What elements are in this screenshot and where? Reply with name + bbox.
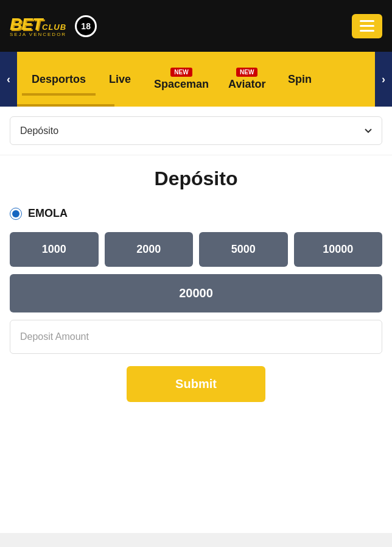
nav-items: Desportos Live New Spaceman New Aviator … xyxy=(17,63,392,96)
main-content: Depósito Levantamento Depósito EMOLA 100… xyxy=(0,107,392,533)
nav-underline xyxy=(17,104,114,107)
logo-club-text: CLUB xyxy=(42,23,66,32)
logo-container: BETCLUB SEJA VENCEDOR 18 xyxy=(10,15,97,37)
hamburger-line-3 xyxy=(360,30,374,32)
nav-item-desportos[interactable]: Desportos xyxy=(22,68,96,91)
nav-label-live: Live xyxy=(109,73,131,86)
submit-container: Submit xyxy=(10,366,382,402)
header: BETCLUB SEJA VENCEDOR 18 xyxy=(0,0,392,52)
logo-wrapper: BETCLUB SEJA VENCEDOR xyxy=(10,15,66,37)
hamburger-button[interactable] xyxy=(352,14,382,38)
nav-badge-aviator: New xyxy=(236,68,257,77)
nav-arrow-left[interactable]: ‹ xyxy=(0,52,17,107)
radio-group: EMOLA xyxy=(10,207,382,220)
hamburger-line-2 xyxy=(360,25,374,27)
amount-btn-2000[interactable]: 2000 xyxy=(105,232,194,267)
nav-label-aviator: Aviator xyxy=(228,78,265,91)
deposit-section: Depósito EMOLA 1000 2000 5000 10000 2000… xyxy=(0,155,392,414)
logo-subtitle: SEJA VENCEDOR xyxy=(10,32,66,37)
nav-item-aviator[interactable]: New Aviator xyxy=(219,63,275,96)
nav-bar: ‹ Desportos Live New Spaceman New Aviato… xyxy=(0,52,392,107)
amount-btn-5000[interactable]: 5000 xyxy=(199,232,288,267)
nav-item-live[interactable]: Live xyxy=(96,68,144,91)
amount-btn-1000[interactable]: 1000 xyxy=(10,232,99,267)
deposit-amount-input[interactable] xyxy=(10,320,382,354)
logo-bet: BETCLUB SEJA VENCEDOR xyxy=(10,15,66,37)
amount-btn-10000[interactable]: 10000 xyxy=(294,232,383,267)
nav-badge-spaceman: New xyxy=(170,68,192,77)
nav-label-desportos: Desportos xyxy=(32,73,86,86)
dropdown-container: Depósito Levantamento xyxy=(0,107,392,155)
age-logo: 18 xyxy=(75,15,97,37)
nav-item-spin[interactable]: Spin xyxy=(275,68,324,91)
hamburger-line-1 xyxy=(360,20,374,22)
emola-label: EMOLA xyxy=(28,207,68,220)
amount-grid: 1000 2000 5000 10000 xyxy=(10,232,382,267)
nav-label-spaceman: Spaceman xyxy=(154,78,209,91)
deposit-dropdown[interactable]: Depósito Levantamento xyxy=(10,116,382,145)
deposit-title: Depósito xyxy=(10,168,382,190)
nav-item-spaceman[interactable]: New Spaceman xyxy=(144,63,219,96)
amount-btn-20000[interactable]: 20000 xyxy=(10,274,382,312)
emola-radio[interactable] xyxy=(10,208,22,220)
nav-arrow-right[interactable]: › xyxy=(375,52,392,107)
nav-label-spin: Spin xyxy=(288,73,312,86)
logo-bet-text: BET xyxy=(10,15,42,34)
submit-button[interactable]: Submit xyxy=(127,366,265,402)
